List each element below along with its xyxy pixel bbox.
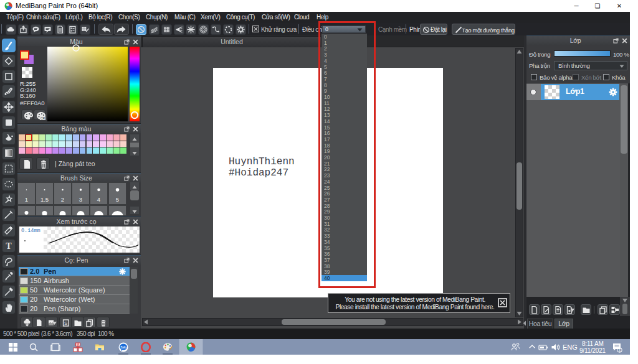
svg-text:S: S xyxy=(64,320,67,326)
svg-text:T: T xyxy=(6,241,12,251)
svg-text:1.5: 1.5 xyxy=(40,196,49,203)
svg-text:1: 1 xyxy=(25,196,28,203)
svg-text:4: 4 xyxy=(97,196,100,203)
svg-text:2: 2 xyxy=(61,196,64,203)
svg-text:Zalo: Zalo xyxy=(120,346,126,349)
svg-text:3: 3 xyxy=(79,196,82,203)
svg-text:1: 1 xyxy=(619,348,621,352)
svg-text:5: 5 xyxy=(115,196,118,203)
